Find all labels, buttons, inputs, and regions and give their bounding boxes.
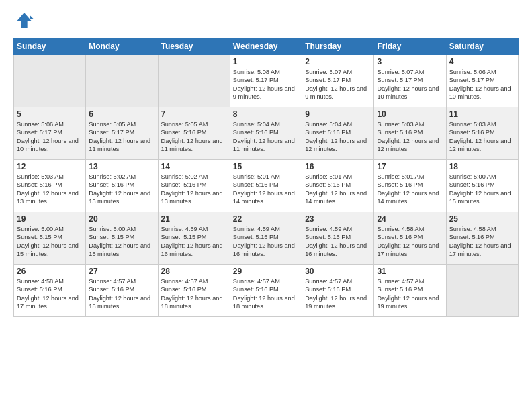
cell-info: Sunrise: 4:58 AMSunset: 5:16 PMDaylight:… — [377, 226, 439, 257]
calendar-cell: 3 Sunrise: 5:07 AMSunset: 5:17 PMDayligh… — [374, 55, 446, 107]
day-number: 5 — [17, 109, 83, 119]
calendar-cell: 15 Sunrise: 5:01 AMSunset: 5:16 PMDaylig… — [230, 160, 302, 212]
cell-info: Sunrise: 4:59 AMSunset: 5:15 PMDaylight:… — [305, 226, 367, 257]
cell-info: Sunrise: 5:01 AMSunset: 5:16 PMDaylight:… — [377, 173, 439, 205]
calendar-cell: 16 Sunrise: 5:01 AMSunset: 5:16 PMDaylig… — [302, 160, 374, 212]
logo-icon — [15, 11, 34, 30]
calendar-cell: 8 Sunrise: 5:04 AMSunset: 5:16 PMDayligh… — [230, 107, 302, 160]
header-row: SundayMondayTuesdayWednesdayThursdayFrid… — [14, 38, 519, 55]
calendar-table: SundayMondayTuesdayWednesdayThursdayFrid… — [13, 38, 519, 317]
calendar-cell: 19 Sunrise: 5:00 AMSunset: 5:15 PMDaylig… — [14, 212, 86, 265]
day-number: 28 — [161, 267, 227, 276]
day-number: 14 — [161, 162, 227, 171]
cell-info: Sunrise: 5:00 AMSunset: 5:16 PMDaylight:… — [449, 173, 511, 205]
cell-info: Sunrise: 5:02 AMSunset: 5:16 PMDaylight:… — [89, 173, 150, 205]
day-number: 16 — [305, 162, 371, 171]
cell-info: Sunrise: 5:00 AMSunset: 5:15 PMDaylight:… — [17, 226, 79, 257]
day-number: 18 — [449, 162, 515, 171]
day-number: 6 — [89, 109, 154, 119]
cell-info: Sunrise: 4:59 AMSunset: 5:15 PMDaylight:… — [233, 226, 295, 257]
calendar-week-row: 5 Sunrise: 5:06 AMSunset: 5:17 PMDayligh… — [14, 107, 519, 160]
calendar-cell: 28 Sunrise: 4:57 AMSunset: 5:16 PMDaylig… — [158, 265, 230, 317]
cell-info: Sunrise: 5:07 AMSunset: 5:17 PMDaylight:… — [377, 68, 439, 100]
calendar-cell: 14 Sunrise: 5:02 AMSunset: 5:16 PMDaylig… — [158, 160, 230, 212]
calendar-cell: 22 Sunrise: 4:59 AMSunset: 5:15 PMDaylig… — [230, 212, 302, 265]
calendar-cell: 7 Sunrise: 5:05 AMSunset: 5:16 PMDayligh… — [158, 107, 230, 160]
weekday-header: Sunday — [14, 38, 86, 55]
day-number: 19 — [17, 214, 83, 224]
calendar-cell — [14, 55, 86, 107]
cell-info: Sunrise: 5:04 AMSunset: 5:16 PMDaylight:… — [233, 121, 295, 152]
day-number: 20 — [89, 214, 154, 224]
day-number: 24 — [377, 214, 443, 224]
cell-info: Sunrise: 4:57 AMSunset: 5:16 PMDaylight:… — [161, 278, 223, 310]
cell-info: Sunrise: 4:57 AMSunset: 5:16 PMDaylight:… — [89, 278, 150, 310]
calendar-cell: 11 Sunrise: 5:03 AMSunset: 5:16 PMDaylig… — [446, 107, 518, 160]
calendar-cell: 6 Sunrise: 5:05 AMSunset: 5:17 PMDayligh… — [86, 107, 158, 160]
calendar-cell: 10 Sunrise: 5:03 AMSunset: 5:16 PMDaylig… — [374, 107, 446, 160]
header — [13, 11, 519, 32]
cell-info: Sunrise: 5:00 AMSunset: 5:15 PMDaylight:… — [89, 226, 150, 257]
day-number: 29 — [233, 267, 299, 276]
day-number: 15 — [233, 162, 299, 171]
cell-info: Sunrise: 5:02 AMSunset: 5:16 PMDaylight:… — [161, 173, 223, 205]
cell-info: Sunrise: 4:57 AMSunset: 5:16 PMDaylight:… — [305, 278, 367, 310]
calendar-cell: 1 Sunrise: 5:08 AMSunset: 5:17 PMDayligh… — [230, 55, 302, 107]
day-number: 2 — [305, 57, 371, 66]
weekday-header: Saturday — [446, 38, 518, 55]
day-number: 10 — [377, 109, 443, 119]
calendar-cell: 25 Sunrise: 4:58 AMSunset: 5:16 PMDaylig… — [446, 212, 518, 265]
day-number: 12 — [17, 162, 83, 171]
calendar-cell: 5 Sunrise: 5:06 AMSunset: 5:17 PMDayligh… — [14, 107, 86, 160]
calendar-cell: 20 Sunrise: 5:00 AMSunset: 5:15 PMDaylig… — [86, 212, 158, 265]
calendar-cell: 17 Sunrise: 5:01 AMSunset: 5:16 PMDaylig… — [374, 160, 446, 212]
cell-info: Sunrise: 5:03 AMSunset: 5:16 PMDaylight:… — [377, 121, 439, 152]
cell-info: Sunrise: 5:03 AMSunset: 5:16 PMDaylight:… — [17, 173, 79, 205]
calendar-cell: 26 Sunrise: 4:58 AMSunset: 5:16 PMDaylig… — [14, 265, 86, 317]
cell-info: Sunrise: 5:06 AMSunset: 5:17 PMDaylight:… — [449, 68, 511, 100]
cell-info: Sunrise: 5:05 AMSunset: 5:17 PMDaylight:… — [89, 121, 150, 152]
cell-info: Sunrise: 4:57 AMSunset: 5:16 PMDaylight:… — [233, 278, 295, 310]
calendar-cell — [86, 55, 158, 107]
calendar-cell: 13 Sunrise: 5:02 AMSunset: 5:16 PMDaylig… — [86, 160, 158, 212]
day-number: 30 — [305, 267, 371, 276]
day-number: 8 — [233, 109, 299, 119]
day-number: 3 — [377, 57, 443, 66]
calendar-cell: 30 Sunrise: 4:57 AMSunset: 5:16 PMDaylig… — [302, 265, 374, 317]
day-number: 4 — [449, 57, 515, 66]
calendar-cell: 2 Sunrise: 5:07 AMSunset: 5:17 PMDayligh… — [302, 55, 374, 107]
cell-info: Sunrise: 4:59 AMSunset: 5:15 PMDaylight:… — [161, 226, 223, 257]
calendar-cell: 27 Sunrise: 4:57 AMSunset: 5:16 PMDaylig… — [86, 265, 158, 317]
calendar-cell: 9 Sunrise: 5:04 AMSunset: 5:16 PMDayligh… — [302, 107, 374, 160]
day-number: 27 — [89, 267, 154, 276]
calendar-cell — [158, 55, 230, 107]
calendar-cell: 18 Sunrise: 5:00 AMSunset: 5:16 PMDaylig… — [446, 160, 518, 212]
calendar-cell: 24 Sunrise: 4:58 AMSunset: 5:16 PMDaylig… — [374, 212, 446, 265]
page-container: SundayMondayTuesdayWednesdayThursdayFrid… — [0, 0, 532, 324]
calendar-cell: 4 Sunrise: 5:06 AMSunset: 5:17 PMDayligh… — [446, 55, 518, 107]
day-number: 21 — [161, 214, 227, 224]
calendar-week-row: 19 Sunrise: 5:00 AMSunset: 5:15 PMDaylig… — [14, 212, 519, 265]
calendar-week-row: 26 Sunrise: 4:58 AMSunset: 5:16 PMDaylig… — [14, 265, 519, 317]
cell-info: Sunrise: 4:58 AMSunset: 5:16 PMDaylight:… — [17, 278, 79, 310]
day-number: 25 — [449, 214, 515, 224]
cell-info: Sunrise: 5:01 AMSunset: 5:16 PMDaylight:… — [233, 173, 295, 205]
calendar-cell: 23 Sunrise: 4:59 AMSunset: 5:15 PMDaylig… — [302, 212, 374, 265]
calendar-week-row: 1 Sunrise: 5:08 AMSunset: 5:17 PMDayligh… — [14, 55, 519, 107]
cell-info: Sunrise: 5:04 AMSunset: 5:16 PMDaylight:… — [305, 121, 367, 152]
cell-info: Sunrise: 5:08 AMSunset: 5:17 PMDaylight:… — [233, 68, 295, 100]
calendar-cell: 29 Sunrise: 4:57 AMSunset: 5:16 PMDaylig… — [230, 265, 302, 317]
day-number: 11 — [449, 109, 515, 119]
svg-marker-0 — [17, 13, 32, 28]
weekday-header: Friday — [374, 38, 446, 55]
day-number: 7 — [161, 109, 227, 119]
weekday-header: Tuesday — [158, 38, 230, 55]
cell-info: Sunrise: 5:06 AMSunset: 5:17 PMDaylight:… — [17, 121, 79, 152]
svg-marker-1 — [30, 15, 34, 19]
cell-info: Sunrise: 4:57 AMSunset: 5:16 PMDaylight:… — [377, 278, 439, 310]
weekday-header: Wednesday — [230, 38, 302, 55]
cell-info: Sunrise: 4:58 AMSunset: 5:16 PMDaylight:… — [449, 226, 511, 257]
day-number: 1 — [233, 57, 299, 66]
weekday-header: Monday — [86, 38, 158, 55]
day-number: 26 — [17, 267, 83, 276]
